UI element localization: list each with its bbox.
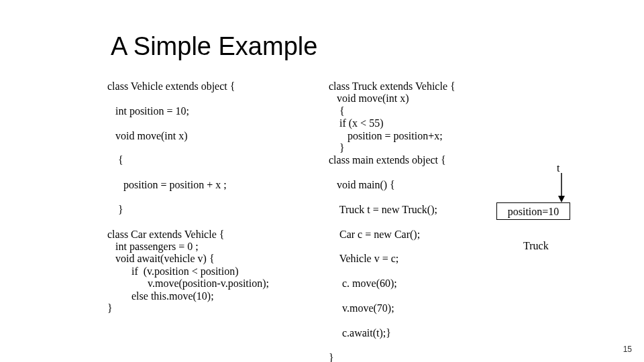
left-code-block: class Vehicle extends object { int posit… xyxy=(107,80,269,314)
right-code-block: class Truck extends Vehicle { void move(… xyxy=(329,80,455,362)
svg-marker-1 xyxy=(558,196,565,202)
page-number: 15 xyxy=(623,345,632,354)
slide-title: A Simple Example xyxy=(111,32,317,61)
truck-type-label: Truck xyxy=(523,240,549,252)
position-box: position=10 xyxy=(496,202,570,220)
arrow-down-icon xyxy=(557,173,566,202)
